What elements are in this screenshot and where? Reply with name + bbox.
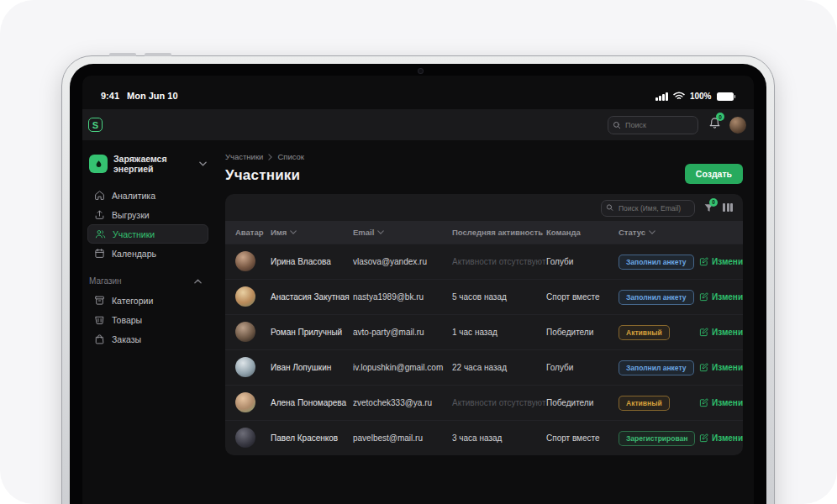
edit-icon [699, 328, 708, 337]
breadcrumb: Участники Список [225, 152, 743, 161]
member-name: Ирина Власова [271, 257, 353, 266]
column-header-team: Команда [546, 228, 619, 237]
member-avatar [235, 428, 255, 448]
notification-badge: 0 [716, 113, 724, 121]
edit-button[interactable]: Изменить [699, 328, 743, 337]
column-header-activity: Последняя активность [452, 228, 546, 237]
sidebar-item-members[interactable]: Участники [87, 224, 208, 244]
table-search-input[interactable] [601, 200, 695, 217]
notifications-button[interactable]: 0 [708, 117, 721, 133]
sidebar: Заряжаемся энергией Аналитика Выгрузки [82, 140, 215, 504]
sidebar-item-categories[interactable]: Категории [87, 291, 208, 310]
status-time: 9:41 [101, 91, 119, 101]
status-badge: Заполнил анкету [619, 290, 694, 305]
filter-badge: 0 [709, 198, 718, 207]
member-activity: Активности отсутствуют [452, 398, 546, 407]
edit-button[interactable]: Изменить [699, 292, 743, 302]
member-activity: 3 часа назад [452, 433, 546, 443]
sidebar-item-calendar[interactable]: Календарь [87, 244, 208, 263]
member-avatar [235, 392, 255, 412]
chevron-up-icon [194, 279, 202, 284]
status-bar: 9:41 Mon Jun 10 100% [82, 76, 754, 104]
screen: 9:41 Mon Jun 10 100% [82, 76, 754, 504]
status-badge: Зарегистрирован [619, 431, 695, 446]
user-avatar[interactable] [729, 117, 746, 134]
sidebar-item-label: Категории [112, 296, 153, 306]
status-badge: Активный [619, 325, 670, 340]
edit-icon [699, 433, 708, 443]
member-email: iv.lopushkin@gmail.com [353, 363, 452, 372]
breadcrumb-parent[interactable]: Участники [225, 152, 263, 161]
battery-percent: 100% [690, 92, 712, 101]
member-avatar [235, 251, 255, 271]
workspace-name: Заряжаемся энергией [113, 154, 193, 174]
sidebar-item-label: Календарь [112, 249, 156, 259]
sort-chevron-icon [290, 230, 297, 234]
sidebar-item-label: Заказы [112, 334, 141, 344]
sidebar-item-label: Выгрузки [112, 210, 150, 220]
cellular-icon [655, 92, 668, 101]
member-avatar [235, 322, 255, 342]
edit-icon [699, 363, 708, 372]
edit-button[interactable]: Изменить [699, 363, 743, 372]
workspace-selector[interactable]: Заряжаемся энергией [87, 150, 208, 177]
global-search-input[interactable] [608, 116, 698, 134]
battery-icon [717, 92, 736, 101]
breadcrumb-current: Список [277, 152, 304, 161]
table-toolbar: 0 [225, 194, 743, 221]
column-header-email[interactable]: Email [353, 228, 452, 237]
home-icon [94, 190, 105, 201]
member-email: vlasova@yandex.ru [353, 257, 452, 266]
status-badge: Заполнил анкету [619, 360, 694, 375]
member-name: Павел Красенков [271, 433, 353, 443]
status-badge: Заполнил анкету [619, 255, 694, 270]
sidebar-item-label: Участники [113, 229, 155, 239]
archive-icon [94, 295, 105, 306]
ipad-device: 9:41 Mon Jun 10 100% [61, 55, 775, 504]
columns-button[interactable] [723, 203, 733, 212]
search-icon [606, 204, 613, 212]
member-activity: 5 часов назад [452, 292, 546, 302]
calendar-icon [94, 248, 105, 259]
member-name: Алена Пономарева [271, 398, 353, 407]
sidebar-item-orders[interactable]: Заказы [87, 329, 208, 349]
sidebar-section-shop[interactable]: Магазин [89, 276, 202, 286]
sort-chevron-icon [377, 230, 384, 234]
app-topbar: S 0 [82, 109, 754, 140]
edit-button[interactable]: Изменить [699, 398, 743, 407]
member-activity: 1 час назад [452, 328, 546, 337]
member-team: Голуби [546, 257, 619, 266]
sidebar-item-exports[interactable]: Выгрузки [87, 205, 208, 224]
upload-icon [94, 209, 105, 220]
chevron-down-icon [199, 161, 207, 166]
device-bezel: 9:41 Mon Jun 10 100% [70, 64, 766, 504]
member-email: nastya1989@bk.ru [353, 292, 452, 302]
filter-button[interactable]: 0 [703, 202, 714, 213]
create-button[interactable]: Создать [685, 164, 743, 184]
edit-button[interactable]: Изменить [699, 433, 743, 443]
member-team: Победители [546, 398, 619, 407]
member-team: Победители [546, 328, 619, 337]
member-team: Спорт вместе [546, 433, 619, 443]
page-title: Участники [225, 167, 300, 184]
table-header: Аватар Имя Email Последняя активность Ко… [225, 221, 743, 244]
sidebar-item-label: Товары [112, 315, 142, 325]
column-header-name[interactable]: Имя [271, 228, 353, 237]
front-camera [418, 69, 423, 73]
droplet-icon [94, 160, 103, 169]
products-icon [94, 314, 105, 325]
workspace-icon [89, 155, 108, 173]
status-badge: Активный [619, 396, 670, 411]
member-email: zvetochek333@ya.ru [353, 398, 452, 407]
sidebar-item-products[interactable]: Товары [87, 310, 208, 329]
edit-button[interactable]: Изменить [699, 257, 743, 266]
section-label: Магазин [89, 276, 122, 286]
table-row: Роман Прилучный avto-party@mail.ru 1 час… [225, 314, 743, 349]
sidebar-item-analytics[interactable]: Аналитика [87, 186, 208, 205]
search-icon [613, 121, 621, 129]
column-header-status[interactable]: Статус [619, 228, 699, 237]
sidebar-item-label: Аналитика [112, 191, 155, 201]
edit-icon [699, 398, 708, 407]
column-header-avatar: Аватар [235, 228, 271, 237]
status-date: Mon Jun 10 [127, 91, 178, 101]
